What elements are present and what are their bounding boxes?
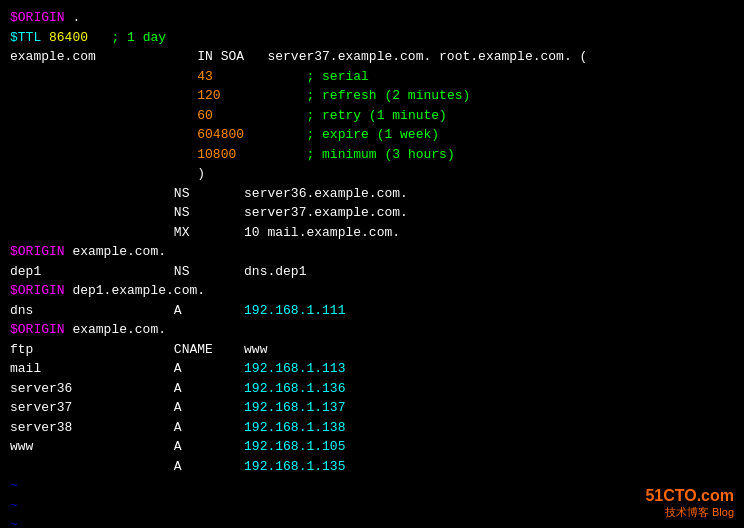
watermark-subtitle: 技术博客 Blog (645, 505, 734, 520)
line-origin1: $ORIGIN . (10, 8, 734, 28)
line-serial: 43 ; serial (10, 67, 734, 87)
line-mx: MX 10 mail.example.com. (10, 223, 734, 243)
line-close-paren: ) (10, 164, 734, 184)
line-ns1: NS server36.example.com. (10, 184, 734, 204)
tilde-line-1: ~ (10, 476, 734, 496)
line-retry: 60 ; retry (1 minute) (10, 106, 734, 126)
watermark-site: 51CTO.com (645, 487, 734, 505)
line-www-a: www A 192.168.1.105 (10, 437, 734, 457)
line-minimum: 10800 ; minimum (3 hours) (10, 145, 734, 165)
line-origin4: $ORIGIN example.com. (10, 320, 734, 340)
line-origin2: $ORIGIN example.com. (10, 242, 734, 262)
keyword-origin: $ORIGIN (10, 10, 65, 25)
line-ftp-cname: ftp CNAME www (10, 340, 734, 360)
line-mail-a: mail A 192.168.1.113 (10, 359, 734, 379)
terminal: $ORIGIN . $TTL 86400 ; 1 day example.com… (0, 0, 744, 528)
line-refresh: 120 ; refresh (2 minutes) (10, 86, 734, 106)
line-soa: example.com IN SOA server37.example.com.… (10, 47, 734, 67)
keyword-ttl: $TTL (10, 30, 41, 45)
tilde-line-2: ~ (10, 496, 734, 516)
watermark: 51CTO.com 技术博客 Blog (645, 487, 734, 520)
line-dep1-ns: dep1 NS dns.dep1 (10, 262, 734, 282)
line-server37-a: server37 A 192.168.1.137 (10, 398, 734, 418)
line-dns-a: dns A 192.168.1.111 (10, 301, 734, 321)
line-server36-a: server36 A 192.168.1.136 (10, 379, 734, 399)
line-expire: 604800 ; expire (1 week) (10, 125, 734, 145)
line-last-a: A 192.168.1.135 (10, 457, 734, 477)
line-ns2: NS server37.example.com. (10, 203, 734, 223)
tilde-line-3: ~ (10, 515, 734, 528)
line-ttl: $TTL 86400 ; 1 day (10, 28, 734, 48)
line-origin3: $ORIGIN dep1.example.com. (10, 281, 734, 301)
line-server38-a: server38 A 192.168.1.138 (10, 418, 734, 438)
